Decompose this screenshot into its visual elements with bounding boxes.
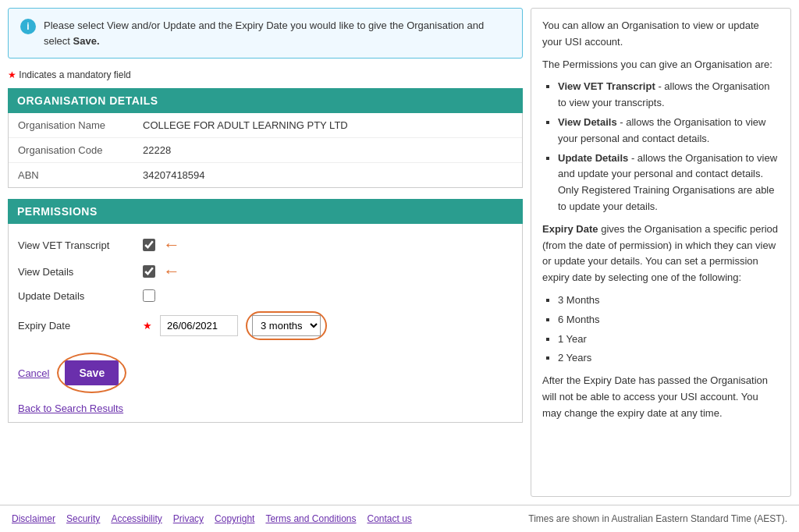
perm-checkbox-view-details[interactable] — [143, 265, 155, 278]
org-detail-row: Organisation NameCOLLEGE FOR ADULT LEARN… — [9, 113, 522, 138]
arrow-indicator: ← — [163, 263, 180, 280]
expiry-date-input[interactable] — [160, 315, 238, 336]
permissions-section: PERMISSIONS View VET Transcript ← View D… — [8, 199, 523, 423]
perm-label: View VET Transcript — [18, 239, 135, 251]
right-after-expiry: After the Expiry Date has passed the Org… — [542, 373, 779, 421]
footer-link[interactable]: Privacy — [173, 513, 204, 524]
expiry-row: Expiry Date ★ 3 months 6 months 1 Year 2… — [18, 307, 513, 345]
right-para2: The Permissions you can give an Organisa… — [542, 57, 779, 73]
footer-link[interactable]: Accessibility — [111, 513, 162, 524]
info-bold: Save. — [73, 35, 100, 47]
mandatory-text: Indicates a mandatory field — [19, 69, 130, 80]
org-field-label: Organisation Code — [9, 138, 133, 163]
info-icon: i — [20, 19, 36, 34]
right-perm-item: View Details - allows the Organisation t… — [558, 115, 779, 147]
right-panel: You can allow an Organisation to view or… — [531, 8, 791, 497]
save-btn-wrapper: Save — [57, 353, 126, 393]
org-detail-row: ABN34207418594 — [9, 163, 522, 188]
right-perm-bold: Update Details — [558, 152, 628, 164]
permissions-header: PERMISSIONS — [8, 199, 523, 224]
footer-link[interactable]: Terms and Conditions — [265, 513, 356, 524]
expiry-bold-label: Expiry Date — [542, 223, 598, 235]
right-expiry-item: 1 Year — [558, 332, 779, 348]
org-field-label: Organisation Name — [9, 113, 133, 138]
arrow-indicator: ← — [163, 236, 180, 254]
mandatory-star: ★ — [8, 69, 16, 80]
right-expiry-item: 3 Months — [558, 293, 779, 309]
save-button[interactable]: Save — [65, 360, 119, 385]
right-perm-item: Update Details - allows the Organisation… — [558, 151, 779, 215]
info-box: i Please select View and/or Update and t… — [8, 8, 523, 59]
right-perm-bold: View VET Transcript — [558, 80, 655, 92]
footer-right-text: Times are shown in Australian Eastern St… — [528, 513, 787, 524]
right-perm-item: View VET Transcript - allows the Organis… — [558, 79, 779, 112]
footer-link[interactable]: Disclaimer — [12, 513, 55, 524]
back-link[interactable]: Back to Search Results — [18, 403, 513, 414]
footer-link[interactable]: Security — [66, 513, 100, 524]
right-expiry-list: 3 Months6 Months1 Year2 Years — [558, 293, 779, 367]
expiry-mandatory-star: ★ — [143, 320, 152, 332]
org-field-value: 22228 — [133, 138, 522, 163]
expiry-dropdown-wrapper: 3 months 6 months 1 Year 2 Years — [246, 311, 327, 340]
right-para1: You can allow an Organisation to view or… — [542, 18, 779, 51]
org-field-value: 34207418594 — [133, 163, 522, 188]
org-field-label: ABN — [9, 163, 133, 188]
org-field-value: COLLEGE FOR ADULT LEARNING PTY LTD — [133, 113, 522, 138]
info-text: Please select View and/or Update and the… — [44, 18, 510, 48]
org-details-table: Organisation NameCOLLEGE FOR ADULT LEARN… — [8, 113, 523, 188]
footer: DisclaimerSecurityAccessibilityPrivacyCo… — [0, 505, 799, 532]
main-content: i Please select View and/or Update and t… — [0, 0, 799, 505]
right-permissions-list: View VET Transcript - allows the Organis… — [558, 79, 779, 215]
perm-checkbox-update-details[interactable] — [143, 289, 155, 302]
cancel-link[interactable]: Cancel — [18, 367, 49, 379]
buttons-row: Cancel Save — [18, 345, 513, 398]
left-panel: i Please select View and/or Update and t… — [8, 8, 523, 497]
org-details-header: ORGANISATION DETAILS — [8, 88, 523, 113]
right-expiry-item: 2 Years — [558, 350, 779, 367]
footer-link[interactable]: Contact us — [368, 513, 412, 524]
info-message: Please select View and/or Update and the… — [44, 20, 484, 47]
right-expiry-bold: Expiry Date gives the Organisation a spe… — [542, 222, 779, 286]
footer-link[interactable]: Copyright — [215, 513, 254, 524]
permission-row: View Details ← — [18, 258, 513, 285]
perm-checkbox-view-vet[interactable] — [143, 239, 155, 251]
permission-row: Update Details — [18, 285, 513, 307]
permissions-body: View VET Transcript ← View Details ← Upd… — [8, 224, 523, 423]
page-wrapper: i Please select View and/or Update and t… — [0, 0, 799, 532]
perm-label: Update Details — [18, 290, 135, 302]
expiry-label: Expiry Date — [18, 320, 135, 332]
footer-links: DisclaimerSecurityAccessibilityPrivacyCo… — [12, 513, 412, 524]
right-expiry-item: 6 Months — [558, 312, 779, 328]
expiry-dropdown[interactable]: 3 months 6 months 1 Year 2 Years — [252, 315, 321, 336]
right-perm-bold: View Details — [558, 116, 617, 128]
perm-label: View Details — [18, 266, 135, 278]
org-detail-row: Organisation Code22228 — [9, 138, 522, 163]
permission-row: View VET Transcript ← — [18, 232, 513, 258]
mandatory-note: ★ Indicates a mandatory field — [8, 69, 523, 80]
